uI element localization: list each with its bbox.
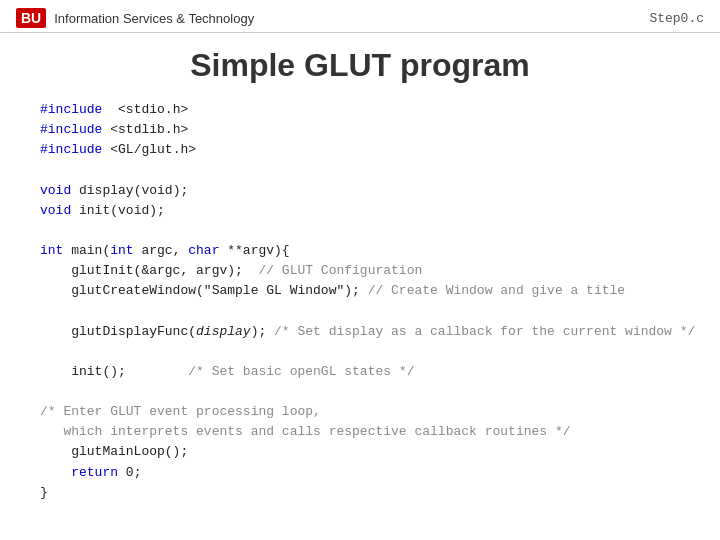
glut-init-line: glutInit(&argc, argv);	[40, 263, 258, 278]
bu-box: BU	[16, 8, 46, 28]
main-sig3: **argv){	[219, 243, 289, 258]
include-3: #include	[40, 142, 102, 157]
glut-init-comment: // GLUT Configuration	[258, 263, 422, 278]
header-divider	[0, 32, 720, 33]
page-title: Simple GLUT program	[0, 47, 720, 84]
void-kw-1: void	[40, 183, 71, 198]
header-bar: BU Information Services & Technology Ste…	[0, 0, 720, 32]
code-block: #include <stdio.h> #include <stdlib.h> #…	[40, 100, 680, 503]
step-label: Step0.c	[649, 11, 704, 26]
init-comment: /* Set basic openGL states */	[188, 364, 414, 379]
display-decl: display(void);	[71, 183, 188, 198]
create-window-comment: // Create Window and give a title	[368, 283, 625, 298]
title-section: Simple GLUT program	[0, 37, 720, 100]
init-decl: init(void);	[71, 203, 165, 218]
main-sig: main(	[63, 243, 110, 258]
include-1: #include	[40, 102, 102, 117]
bu-logo: BU Information Services & Technology	[16, 8, 254, 28]
loop-comment-1: /* Enter GLUT event processing loop,	[40, 404, 321, 419]
char-kw: char	[188, 243, 219, 258]
int-kw: int	[40, 243, 63, 258]
display-func-comment: /* Set display as a callback for the cur…	[274, 324, 695, 339]
void-kw-2: void	[40, 203, 71, 218]
include-2-val: <stdlib.h>	[102, 122, 188, 137]
return-kw: return	[71, 465, 118, 480]
main-sig2: argc,	[134, 243, 189, 258]
main-loop-line: glutMainLoop();	[40, 444, 188, 459]
return-val: 0;	[118, 465, 141, 480]
return-line	[40, 465, 71, 480]
include-3-val: <GL/glut.h>	[102, 142, 196, 157]
loop-comment-2: which interprets events and calls respec…	[40, 424, 571, 439]
code-section: #include <stdio.h> #include <stdlib.h> #…	[0, 100, 720, 503]
ist-label: Information Services & Technology	[54, 11, 254, 26]
display-func-line: glutDisplayFunc(display);	[40, 324, 274, 339]
create-window-line: glutCreateWindow("Sample GL Window");	[40, 283, 368, 298]
include-1-val: <stdio.h>	[110, 102, 188, 117]
close-brace: }	[40, 485, 48, 500]
int-kw2: int	[110, 243, 133, 258]
init-call-line: init();	[40, 364, 188, 379]
include-2: #include	[40, 122, 102, 137]
